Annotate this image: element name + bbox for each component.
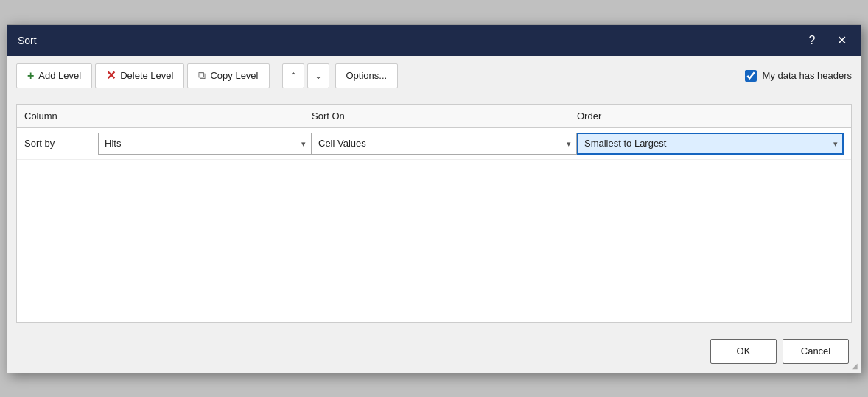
add-level-button[interactable]: + Add Level bbox=[16, 63, 92, 88]
order-dropdown-wrapper: Smallest to Largest ▾ bbox=[577, 133, 844, 155]
title-bar-controls: ? ✕ bbox=[803, 32, 850, 49]
column-headers-row: Column Sort On Order bbox=[17, 105, 851, 128]
up-chevron-icon: ⌃ bbox=[290, 71, 297, 81]
sorton-dropdown-wrapper: Cell Values ▾ bbox=[312, 133, 577, 155]
sort-table: Column Sort On Order Sort by Hits ▾ Cell… bbox=[16, 104, 852, 323]
column-select-wrapper: Hits ▾ bbox=[98, 133, 312, 155]
plus-icon: + bbox=[27, 69, 34, 82]
title-bar: Sort ? ✕ bbox=[7, 25, 861, 56]
order-select[interactable]: Smallest to Largest bbox=[577, 133, 844, 155]
dialog-title: Sort bbox=[18, 35, 37, 46]
delete-level-label: Delete Level bbox=[120, 70, 173, 81]
move-down-button[interactable]: ⌄ bbox=[307, 63, 329, 88]
footer: OK Cancel ◢ bbox=[7, 330, 861, 373]
toolbar-divider bbox=[276, 65, 276, 87]
help-button[interactable]: ? bbox=[803, 32, 821, 49]
my-data-has-headers-checkbox[interactable] bbox=[745, 70, 757, 82]
headers-label: My data has headers bbox=[763, 70, 852, 81]
sorton-header: Sort On bbox=[312, 110, 577, 122]
copy-level-button[interactable]: ⧉ Copy Level bbox=[187, 63, 269, 88]
sort-dialog: Sort ? ✕ + Add Level ✕ Delete Level ⧉ Co… bbox=[7, 24, 861, 373]
cancel-button[interactable]: Cancel bbox=[783, 339, 849, 364]
sort-row: Sort by Hits ▾ Cell Values ▾ bbox=[17, 128, 851, 160]
sorton-select[interactable]: Cell Values bbox=[312, 133, 577, 155]
column-header: Column bbox=[24, 110, 312, 122]
add-level-label: Add Level bbox=[38, 70, 81, 81]
column-dropdown-wrapper: Hits ▾ bbox=[98, 133, 312, 155]
close-button[interactable]: ✕ bbox=[833, 32, 850, 49]
delete-level-button[interactable]: ✕ Delete Level bbox=[95, 63, 184, 88]
column-select[interactable]: Hits bbox=[98, 133, 312, 155]
headers-section: My data has headers bbox=[745, 70, 852, 82]
move-up-button[interactable]: ⌃ bbox=[282, 63, 304, 88]
copy-icon: ⧉ bbox=[198, 69, 206, 82]
toolbar: + Add Level ✕ Delete Level ⧉ Copy Level … bbox=[7, 56, 861, 96]
sorton-select-wrapper: Cell Values ▾ bbox=[312, 133, 577, 155]
options-button[interactable]: Options... bbox=[335, 63, 399, 88]
headers-underline: h bbox=[817, 70, 822, 81]
copy-level-label: Copy Level bbox=[210, 70, 258, 81]
ok-button[interactable]: OK bbox=[710, 339, 777, 364]
down-chevron-icon: ⌄ bbox=[315, 71, 322, 81]
order-select-wrapper: Smallest to Largest ▾ bbox=[577, 133, 844, 155]
order-header: Order bbox=[577, 110, 844, 122]
x-icon: ✕ bbox=[106, 68, 116, 82]
empty-area bbox=[17, 160, 851, 322]
sort-by-label: Sort by bbox=[24, 138, 98, 149]
resize-handle-icon: ◢ bbox=[852, 362, 858, 370]
